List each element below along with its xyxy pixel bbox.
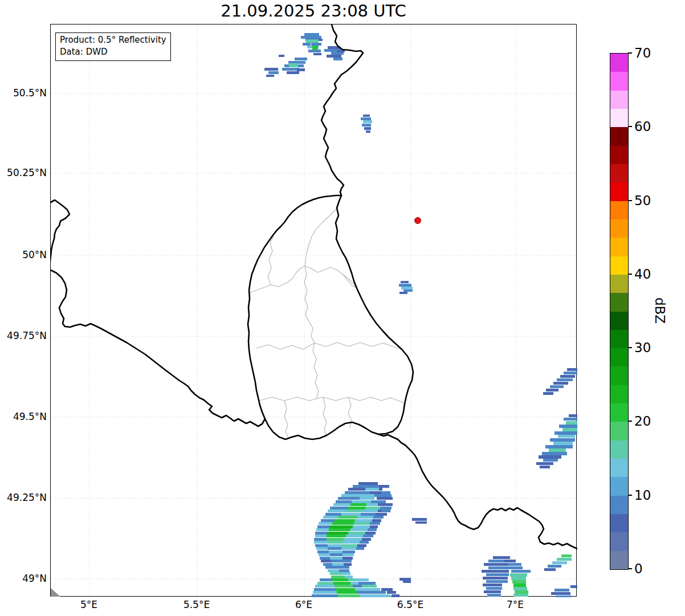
- radar-echo-cell: [399, 292, 407, 294]
- radar-echo-cell: [550, 385, 564, 388]
- radar-echo-cell: [508, 563, 521, 566]
- radar-echo-cell: [337, 50, 345, 52]
- radar-echo-cell: [387, 591, 396, 594]
- colorbar-tick-mark: [628, 52, 632, 54]
- radar-echo-cell: [542, 452, 567, 455]
- radar-echo-cell: [357, 591, 366, 594]
- radar-echo-cell: [333, 582, 350, 585]
- y-tick-label: 50°N: [0, 249, 47, 260]
- radar-echo-cell: [483, 584, 502, 586]
- radar-echo-cell: [377, 497, 393, 500]
- radar-echo-cell: [328, 547, 341, 550]
- radar-echo-cell: [550, 438, 575, 442]
- radar-echo-cell: [332, 578, 348, 581]
- radar-echo-cell: [304, 33, 319, 36]
- radar-echo-cell: [372, 519, 381, 522]
- border-france-germany: [378, 434, 577, 549]
- radar-echo-cell: [403, 289, 413, 292]
- radar-echo-cell: [323, 516, 338, 519]
- radar-echo-cell: [335, 585, 353, 588]
- colorbar-segment: [610, 72, 628, 91]
- radar-echo-cell: [279, 55, 284, 57]
- radar-echo-cell: [365, 532, 376, 535]
- x-tick-label: 6.5°E: [397, 599, 423, 610]
- radar-echo-cell: [381, 509, 389, 512]
- radar-echo-cell: [317, 525, 330, 528]
- radar-echo-cell: [370, 594, 390, 597]
- radar-echo-cell: [512, 580, 526, 584]
- radar-echo-cell: [415, 521, 427, 524]
- colorbar-segment: [610, 201, 628, 219]
- colorbar: [610, 53, 629, 570]
- colorbar-segment: [610, 164, 628, 182]
- radar-echo-cell: [308, 50, 321, 52]
- colorbar-segment: [610, 108, 628, 127]
- radar-echo-cell: [361, 509, 378, 512]
- radar-echo-cell: [504, 560, 516, 562]
- radar-echo-cell: [313, 591, 337, 594]
- radar-echo-cell: [327, 55, 341, 58]
- colorbar-tick-mark: [628, 126, 632, 127]
- radar-echo-cell: [338, 516, 357, 519]
- radar-echo-cell: [314, 538, 327, 541]
- radar-echo-cell: [330, 525, 353, 528]
- radar-echo-cell: [343, 553, 354, 556]
- border-france-west-fragment: [51, 200, 70, 261]
- colorbar-segment: [610, 403, 628, 422]
- border-luxembourg-outline: [248, 195, 413, 439]
- radar-echo-cell: [510, 573, 527, 577]
- colorbar-segment: [610, 145, 628, 164]
- radar-echo-cell: [513, 584, 526, 587]
- radar-echo-cell: [564, 418, 577, 421]
- radar-echo-cell: [363, 588, 380, 591]
- radar-echo-cell: [540, 466, 550, 468]
- radar-echo-cell: [364, 127, 371, 130]
- radar-echo-cell: [570, 585, 577, 588]
- radar-echo-cell: [363, 115, 370, 117]
- radar-echo-cell: [315, 535, 327, 537]
- radar-echo-cell: [333, 58, 343, 60]
- colorbar-segment: [610, 459, 628, 478]
- product-annotation: Product: 0.5° Reflectivity Data: DWD: [55, 32, 171, 61]
- radar-echo-cell: [365, 488, 379, 491]
- radar-echo-cell: [314, 588, 336, 591]
- radar-echo-cell: [343, 550, 355, 553]
- radar-echo-cell: [493, 556, 510, 559]
- radar-echo-cell: [482, 570, 509, 573]
- radar-echo-cell: [350, 582, 358, 585]
- radar-echo-cell: [513, 594, 528, 597]
- radar-echo-cell: [325, 566, 349, 569]
- radar-echo-cell: [558, 435, 575, 438]
- radar-echo-cell: [546, 389, 558, 391]
- radar-echo-cell: [554, 589, 569, 591]
- radar-echo-cell: [329, 528, 350, 531]
- radar-echo-cell: [327, 535, 346, 537]
- annotation-source-line: Data: DWD: [60, 46, 166, 58]
- radar-echo-cell: [325, 513, 341, 516]
- radar-echo-cell: [560, 375, 575, 378]
- radar-echo-cell: [412, 518, 427, 521]
- radar-echo-cell: [328, 509, 345, 512]
- radar-echo-cell: [321, 560, 331, 562]
- radar-echo-cell: [321, 519, 335, 522]
- radar-echo-cell: [346, 535, 363, 537]
- radar-echo-cell: [381, 588, 393, 591]
- radar-echo-cell: [557, 558, 572, 561]
- radar-echo-cell: [319, 522, 332, 525]
- radar-echo-cell: [353, 585, 362, 588]
- radar-echo-cell: [536, 462, 553, 465]
- colorbar-segment: [610, 514, 628, 533]
- radar-echo-cell: [332, 522, 354, 525]
- colorbar-tick-label: 40: [634, 267, 651, 282]
- radar-echo-cell: [569, 414, 577, 417]
- radar-echo-cell: [360, 497, 374, 500]
- radar-echo-cell: [341, 547, 356, 550]
- radar-echo-cell: [312, 594, 338, 597]
- radar-echo-cell: [362, 124, 371, 127]
- radar-echo-cell: [332, 563, 344, 566]
- radar-echo-cell: [370, 522, 380, 525]
- colorbar-segment: [610, 477, 628, 496]
- radar-echo-cell: [316, 547, 328, 550]
- radar-echo-cell: [353, 485, 380, 488]
- radar-echo-cell: [317, 550, 329, 553]
